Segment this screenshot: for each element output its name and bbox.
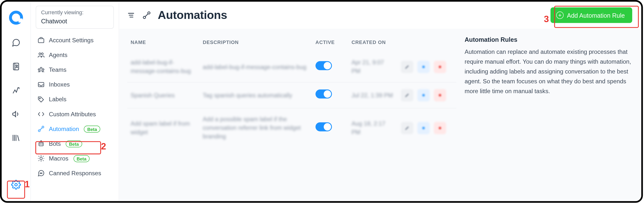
delete-button[interactable] [434, 61, 446, 73]
table-row: add-label-bug-if-message-contains-bug ad… [128, 52, 456, 82]
sidebar-item-teams[interactable]: Teams [34, 62, 116, 77]
svg-point-5 [41, 53, 43, 55]
sidebar-item-labels[interactable]: Labels [34, 92, 116, 107]
svg-point-24 [422, 127, 425, 129]
copy-button[interactable] [418, 89, 430, 101]
viewing-label: Currently viewing: [41, 9, 108, 16]
sidebar-item-label: Agents [49, 52, 68, 58]
plus-circle-icon: + [556, 11, 564, 19]
svg-point-14 [41, 141, 42, 142]
sidebar-item-canned-responses[interactable]: Canned Responses [34, 166, 116, 181]
svg-point-17 [40, 157, 42, 160]
library-icon [12, 133, 21, 143]
table-row: Add spam label if from widget Add a poss… [128, 108, 456, 148]
rail-campaigns[interactable] [8, 106, 24, 122]
sidebar-item-label: Custom Attributes [49, 111, 96, 118]
sidebar-item-agents[interactable]: Agents [34, 48, 116, 62]
menu-icon[interactable] [126, 10, 136, 20]
col-name: NAME [128, 36, 200, 52]
info-panel: Automation Rules Automation can replace … [465, 29, 641, 201]
svg-point-8 [42, 69, 44, 70]
settings-sidebar: Currently viewing: Chatwoot Account Sett… [30, 2, 119, 201]
topbar: Automations + Add Automation Rule [119, 2, 641, 29]
sidebar-item-custom-attributes[interactable]: Custom Attributes [34, 107, 116, 122]
code-icon [38, 111, 45, 118]
tag-icon [38, 96, 45, 103]
info-title: Automation Rules [465, 36, 632, 43]
cell-name: add-label-bug-if-message-contains-bug [128, 52, 200, 82]
sidebar-item-label: Bots [49, 141, 61, 147]
cell-description: Tag spanish queries automatically [200, 82, 312, 108]
cell-created: Apr 21, 9:07 PM [348, 52, 398, 82]
page-title: Automations [158, 8, 227, 22]
rail-settings[interactable] [8, 177, 24, 193]
svg-rect-13 [39, 143, 43, 146]
cell-created: Jul 22, 1:39 PM [348, 82, 398, 108]
teams-icon [38, 66, 45, 74]
svg-point-16 [42, 144, 42, 145]
add-button-label: Add Automation Rule [567, 12, 625, 19]
delete-button[interactable] [434, 122, 446, 134]
svg-point-22 [422, 94, 425, 97]
rail-contacts[interactable] [8, 58, 24, 75]
sidebar-item-macros[interactable]: Macros Beta [34, 151, 116, 166]
reports-icon [12, 86, 21, 95]
sidebar-item-label: Macros [49, 155, 68, 162]
add-automation-rule-button[interactable]: + Add Automation Rule [550, 7, 632, 23]
sidebar-item-label: Automation [49, 126, 79, 133]
sidebar-item-label: Canned Responses [49, 170, 101, 177]
sidebar-item-label: Labels [49, 96, 66, 103]
gear-icon [11, 180, 21, 190]
col-created: CREATED ON [348, 36, 398, 52]
rail-conversations[interactable] [8, 34, 24, 51]
svg-rect-9 [38, 83, 44, 87]
info-text: Automation can replace and automate exis… [465, 47, 632, 96]
cell-description: add-label-bug-if-message-contains-bug [200, 52, 312, 82]
table-row: Spanish Queries Tag spanish queries auto… [128, 82, 456, 108]
delete-button[interactable] [434, 89, 446, 101]
automation-icon [38, 125, 45, 133]
edit-button[interactable] [401, 89, 413, 101]
sidebar-item-label: Inboxes [49, 81, 70, 88]
edit-button[interactable] [401, 122, 413, 134]
sidebar-item-bots[interactable]: Bots Beta [34, 136, 116, 151]
col-active: ACTIVE [312, 36, 348, 52]
briefcase-icon [38, 37, 45, 44]
sidebar-item-label: Teams [49, 67, 66, 73]
svg-point-25 [439, 127, 441, 129]
sidebar-item-label: Account Settings [49, 37, 94, 44]
sidebar-item-automation[interactable]: Automation Beta [34, 122, 116, 136]
svg-point-10 [39, 98, 40, 99]
rail-reports[interactable] [8, 82, 24, 99]
cell-description: Add a possible spam label if the convers… [200, 108, 312, 148]
rail-help-center[interactable] [8, 130, 24, 146]
canned-icon [38, 170, 45, 177]
icon-rail [2, 2, 30, 201]
automation-table: NAME DESCRIPTION ACTIVE CREATED ON add-l… [119, 29, 464, 201]
chat-icon [12, 38, 21, 47]
svg-point-21 [439, 66, 441, 68]
agents-icon [38, 51, 45, 59]
sidebar-item-inboxes[interactable]: Inboxes [34, 77, 116, 92]
copy-button[interactable] [418, 122, 430, 134]
beta-badge: Beta [84, 126, 100, 133]
svg-point-4 [39, 53, 41, 55]
copy-button[interactable] [418, 61, 430, 73]
cell-name: Add spam label if from widget [128, 108, 200, 148]
beta-badge: Beta [66, 140, 82, 148]
app-logo [9, 10, 23, 24]
main-content: Automations + Add Automation Rule NAME D… [119, 2, 641, 201]
svg-point-20 [422, 66, 425, 68]
active-toggle[interactable] [315, 61, 332, 70]
svg-point-7 [38, 69, 40, 70]
active-toggle[interactable] [315, 122, 332, 131]
svg-point-6 [40, 68, 42, 70]
col-description: DESCRIPTION [200, 36, 312, 52]
contact-book-icon [12, 62, 21, 71]
sidebar-item-account-settings[interactable]: Account Settings [34, 33, 116, 48]
inbox-icon [38, 81, 45, 88]
account-switcher[interactable]: Currently viewing: Chatwoot [36, 6, 114, 29]
edit-button[interactable] [401, 61, 413, 73]
active-toggle[interactable] [315, 89, 332, 99]
megaphone-icon [12, 110, 21, 119]
